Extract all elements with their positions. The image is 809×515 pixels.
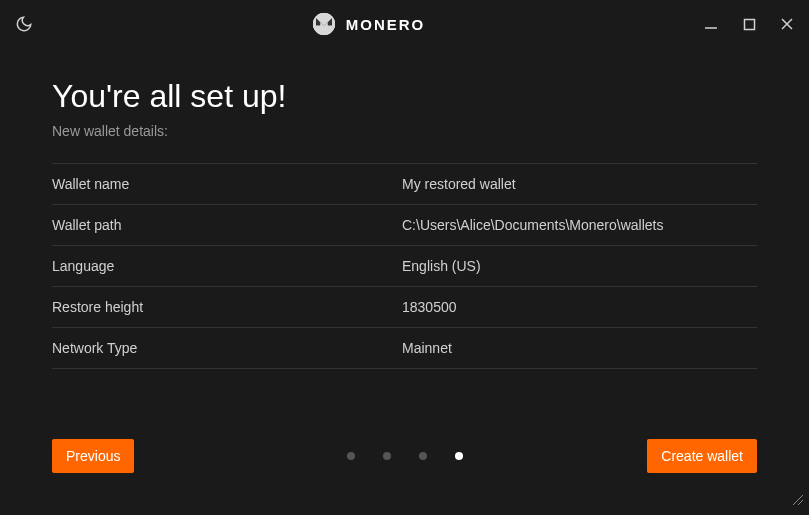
detail-label: Wallet name xyxy=(52,176,402,192)
svg-line-8 xyxy=(793,495,803,505)
theme-toggle-button[interactable] xyxy=(12,12,36,36)
detail-value: English (US) xyxy=(402,258,757,274)
page-heading: You're all set up! xyxy=(52,78,757,115)
maximize-button[interactable] xyxy=(739,14,759,34)
progress-dot-4[interactable] xyxy=(455,452,463,460)
window-controls xyxy=(701,14,797,34)
detail-value: My restored wallet xyxy=(402,176,757,192)
minimize-button[interactable] xyxy=(701,14,721,34)
moon-icon xyxy=(15,15,33,33)
progress-dot-3[interactable] xyxy=(419,452,427,460)
detail-label: Language xyxy=(52,258,402,274)
detail-row-wallet-name: Wallet name My restored wallet xyxy=(52,163,757,205)
title-center: MONERO xyxy=(36,12,701,36)
detail-row-language: Language English (US) xyxy=(52,246,757,287)
detail-value: 1830500 xyxy=(402,299,757,315)
detail-row-restore-height: Restore height 1830500 xyxy=(52,287,757,328)
monero-logo-icon xyxy=(312,12,336,36)
svg-line-9 xyxy=(798,500,803,505)
main-content: You're all set up! New wallet details: W… xyxy=(0,48,809,369)
previous-button[interactable]: Previous xyxy=(52,439,134,473)
close-icon xyxy=(780,17,794,31)
maximize-icon xyxy=(743,18,756,31)
progress-dots xyxy=(347,452,463,460)
detail-label: Wallet path xyxy=(52,217,402,233)
detail-value: Mainnet xyxy=(402,340,757,356)
svg-rect-5 xyxy=(744,19,754,29)
create-wallet-button[interactable]: Create wallet xyxy=(647,439,757,473)
detail-row-wallet-path: Wallet path C:\Users\Alice\Documents\Mon… xyxy=(52,205,757,246)
resize-handle[interactable] xyxy=(791,493,805,511)
detail-label: Restore height xyxy=(52,299,402,315)
detail-label: Network Type xyxy=(52,340,402,356)
titlebar: MONERO xyxy=(0,0,809,48)
footer: Previous Create wallet xyxy=(52,439,757,473)
progress-dot-2[interactable] xyxy=(383,452,391,460)
minimize-icon xyxy=(704,17,718,31)
resize-icon xyxy=(791,493,805,507)
progress-dot-1[interactable] xyxy=(347,452,355,460)
app-title: MONERO xyxy=(346,16,426,33)
page-subheading: New wallet details: xyxy=(52,123,757,139)
detail-row-network-type: Network Type Mainnet xyxy=(52,328,757,369)
detail-value: C:\Users\Alice\Documents\Monero\wallets xyxy=(402,217,757,233)
close-button[interactable] xyxy=(777,14,797,34)
